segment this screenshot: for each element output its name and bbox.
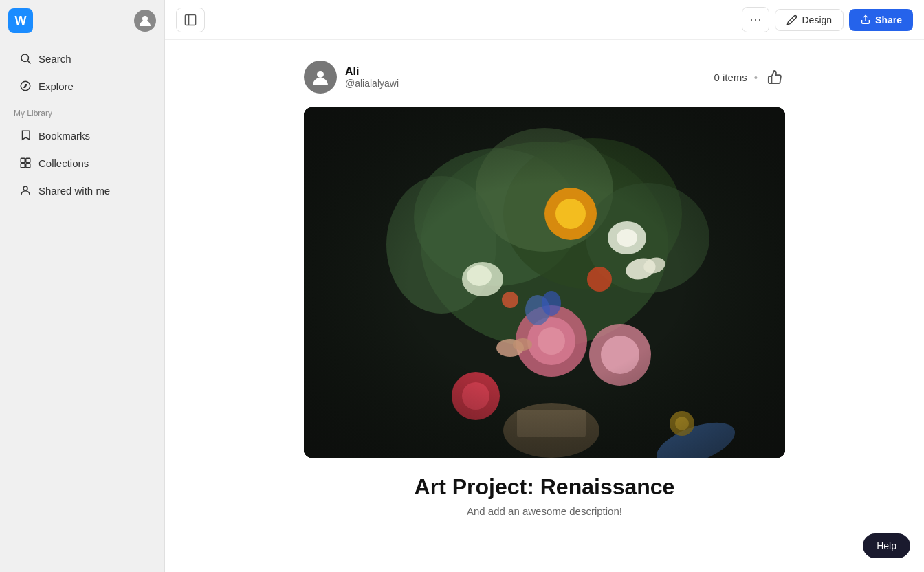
top-bar-left xyxy=(176,8,205,32)
help-label: Help xyxy=(877,540,896,551)
svg-point-0 xyxy=(142,16,148,21)
person-icon xyxy=(19,184,32,197)
like-button[interactable] xyxy=(764,67,785,87)
my-library-label: My Library xyxy=(0,100,164,121)
pen-icon xyxy=(786,14,798,25)
items-count: 0 items xyxy=(714,72,747,83)
sidebar-item-explore[interactable]: Explore xyxy=(6,73,159,99)
help-button[interactable]: Help xyxy=(863,534,910,558)
top-bar: ··· Design Share xyxy=(165,0,924,40)
svg-rect-5 xyxy=(21,158,25,162)
artwork-description: And add an awesome description! xyxy=(467,505,622,517)
sidebar-navigation: Search Explore My Library Bookmarks xyxy=(0,41,164,208)
profile-avatar xyxy=(304,60,337,94)
sidebar-item-shared[interactable]: Shared with me xyxy=(6,177,159,204)
sidebar-item-collections-label: Collections xyxy=(38,157,89,169)
items-like-row: 0 items • xyxy=(714,67,785,87)
svg-rect-6 xyxy=(26,158,30,162)
profile-handle: @alialalyawi xyxy=(345,78,399,89)
profile-text: Ali @alialalyawi xyxy=(345,65,399,89)
search-icon xyxy=(19,52,32,65)
explore-icon xyxy=(19,80,32,92)
artwork-canvas xyxy=(304,107,785,458)
avatar[interactable] xyxy=(134,10,156,32)
sidebar-item-bookmarks[interactable]: Bookmarks xyxy=(6,122,159,148)
sidebar-item-search[interactable]: Search xyxy=(6,45,159,72)
top-bar-right: ··· Design Share xyxy=(742,7,913,32)
collections-icon xyxy=(19,157,32,169)
dot-separator: • xyxy=(754,72,758,83)
svg-rect-7 xyxy=(21,164,25,168)
main-area: ··· Design Share xyxy=(165,0,924,572)
bookmark-icon xyxy=(19,129,32,142)
more-dots: ··· xyxy=(749,12,762,27)
svg-line-2 xyxy=(28,60,30,63)
svg-point-1 xyxy=(21,54,29,62)
design-button[interactable]: Design xyxy=(775,9,844,31)
svg-point-9 xyxy=(23,186,28,190)
share-label: Share xyxy=(875,14,902,25)
share-button[interactable]: Share xyxy=(849,9,913,31)
profile-info: Ali @alialalyawi xyxy=(304,60,399,94)
design-label: Design xyxy=(802,14,832,25)
toggle-sidebar-button[interactable] xyxy=(176,8,205,32)
artwork-container xyxy=(304,107,785,458)
sidebar-item-shared-label: Shared with me xyxy=(38,185,110,197)
content-area: Ali @alialalyawi 0 items • xyxy=(165,40,924,572)
more-options-button[interactable]: ··· xyxy=(742,7,769,32)
logo-letter: W xyxy=(15,14,27,28)
svg-marker-4 xyxy=(23,84,28,88)
artwork-title: Art Project: Renaissance xyxy=(415,474,675,500)
sidebar: W Search Explore My Library xyxy=(0,0,165,572)
sidebar-item-collections[interactable]: Collections xyxy=(6,150,159,176)
svg-rect-10 xyxy=(186,14,196,25)
svg-rect-8 xyxy=(26,164,30,168)
profile-row: Ali @alialalyawi 0 items • xyxy=(304,60,785,94)
thumbs-up-icon xyxy=(767,69,782,85)
sidebar-toggle-icon xyxy=(184,13,197,27)
logo-button[interactable]: W xyxy=(8,8,33,33)
profile-name: Ali xyxy=(345,65,399,78)
svg-point-13 xyxy=(317,71,324,78)
share-icon xyxy=(860,14,871,25)
artwork-image xyxy=(304,107,785,458)
sidebar-item-explore-label: Explore xyxy=(38,80,74,92)
sidebar-item-search-label: Search xyxy=(38,53,72,65)
sidebar-item-bookmarks-label: Bookmarks xyxy=(38,130,90,142)
sidebar-top: W xyxy=(0,8,164,41)
